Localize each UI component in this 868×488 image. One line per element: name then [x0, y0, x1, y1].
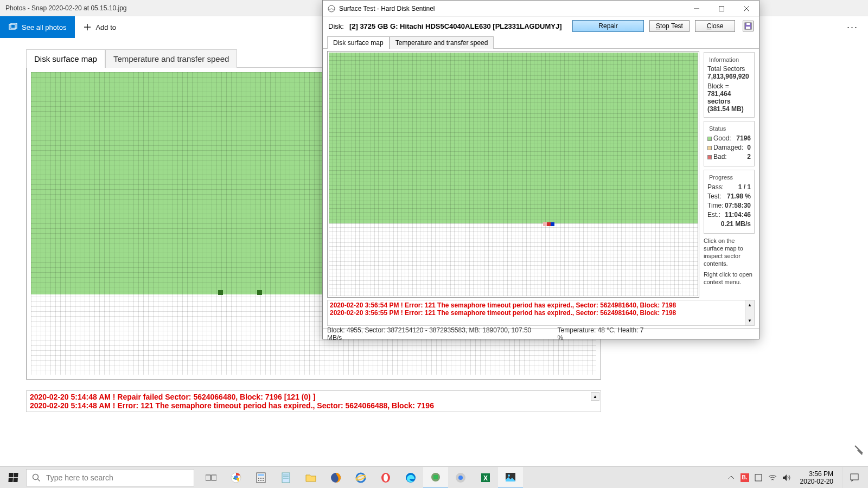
progress-legend: Progress	[707, 174, 735, 181]
time-label: Time:	[707, 201, 724, 210]
hint-rightclick: Right click to open context menu.	[704, 271, 755, 286]
svg-rect-28	[433, 475, 438, 479]
maximize-button[interactable]	[709, 1, 734, 17]
svg-rect-36	[851, 474, 858, 480]
disk-value: [2] 3725 GB G: Hitachi HDS5C4040ALE630 […	[349, 22, 567, 30]
svg-point-14	[258, 478, 259, 479]
svg-point-34	[508, 474, 510, 477]
bg-log: 2020-02-20 5:14:48 AM ! Repair failed Se…	[26, 390, 601, 412]
plus-icon	[84, 23, 91, 31]
tab-surface-map[interactable]: Disk surface map	[327, 36, 390, 49]
tray-app-icon[interactable]: B.	[741, 473, 749, 482]
disk-label: Disk:	[328, 22, 344, 30]
explorer-icon[interactable]	[298, 467, 323, 489]
svg-point-17	[258, 480, 259, 481]
info-total-label: Total Sectors	[707, 65, 751, 73]
task-view-button[interactable]	[199, 467, 224, 489]
map-tested-region	[329, 53, 698, 223]
tray-notifications-icon[interactable]	[842, 467, 866, 489]
add-to-button[interactable]: Add to	[75, 16, 125, 38]
bg-dark-block-1	[218, 290, 223, 295]
bg-scroll-up-button: ▲	[591, 392, 599, 401]
notepad-icon[interactable]	[273, 467, 298, 489]
good-value: 7196	[736, 134, 751, 143]
log-line-2: 2020-02-20 3:56:55 PM ! Error: 121 The s…	[330, 309, 743, 317]
edge-icon[interactable]	[398, 467, 423, 489]
excel-icon[interactable]: X	[473, 467, 498, 489]
firefox-icon[interactable]	[323, 467, 348, 489]
est-value: 11:04:46	[725, 210, 751, 220]
svg-point-7	[33, 474, 39, 479]
svg-rect-9	[212, 475, 216, 480]
chrome-canary-icon[interactable]	[448, 467, 473, 489]
start-button[interactable]	[0, 467, 26, 489]
svg-point-16	[263, 478, 264, 479]
status-bar: Block: 4955, Sector: 3872154120 - 387293…	[323, 328, 759, 339]
svg-point-25	[384, 474, 388, 481]
close-button[interactable]: Close	[695, 20, 735, 32]
progress-fieldset: Progress Pass:1 / 1 Test:71.98 % Time:07…	[704, 170, 755, 234]
ie-icon[interactable]	[348, 467, 373, 489]
svg-point-15	[260, 478, 261, 479]
test-value: 71.98 %	[727, 192, 751, 201]
disk-row: Disk: [2] 3725 GB G: Hitachi HDS5C4040AL…	[323, 17, 759, 35]
see-all-label: See all photos	[22, 23, 66, 31]
taskbar-search[interactable]: Type here to search	[26, 469, 194, 486]
pass-value: 1 / 1	[738, 183, 751, 192]
svg-rect-1	[11, 23, 17, 28]
tray-clock[interactable]: 3:56 PM 2020-02-20	[796, 470, 838, 485]
svg-rect-35	[755, 474, 762, 481]
dialog-titlebar[interactable]: Surface Test - Hard Disk Sentinel	[323, 1, 759, 17]
minimize-button[interactable]	[684, 1, 709, 17]
opera-icon[interactable]	[373, 467, 398, 489]
bg-log-line-2: 2020-02-20 5:14:48 AM ! Error: 121 The s…	[30, 401, 597, 410]
info-block-label: Block =	[707, 82, 751, 90]
info-total-value: 7,813,969,920	[707, 73, 751, 80]
svg-text:X: X	[483, 474, 488, 482]
dialog-log[interactable]: 2020-02-20 3:56:54 PM ! Error: 121 The s…	[327, 300, 755, 326]
svg-rect-6	[746, 23, 750, 25]
more-button[interactable]: ···	[837, 22, 868, 33]
scroll-down-icon[interactable]: ▼	[745, 316, 754, 325]
svg-rect-20	[282, 473, 290, 483]
taskbar-apps: X	[199, 467, 523, 489]
chrome-icon[interactable]	[224, 467, 248, 489]
svg-rect-8	[206, 475, 210, 480]
repair-button[interactable]: Repair	[572, 20, 644, 32]
svg-rect-13	[258, 474, 264, 476]
calculator-icon[interactable]	[248, 467, 273, 489]
scroll-up-icon[interactable]: ▲	[745, 300, 754, 310]
search-icon	[32, 473, 41, 482]
tray-meter-icon[interactable]	[754, 473, 763, 483]
log-line-1: 2020-02-20 3:56:54 PM ! Error: 121 The s…	[330, 301, 743, 309]
bad-swatch-icon	[707, 155, 712, 159]
svg-rect-5	[746, 27, 750, 29]
stop-test-button[interactable]: Stop Test	[649, 20, 690, 32]
log-scrollbar[interactable]: ▲ ▼	[745, 300, 754, 325]
tray-volume-icon[interactable]	[782, 473, 792, 483]
add-to-label: Add to	[95, 23, 116, 31]
side-panel: Information Total Sectors 7,813,969,920 …	[699, 49, 759, 300]
info-legend: Information	[707, 56, 741, 63]
surface-test-dialog: Surface Test - Hard Disk Sentinel Disk: …	[322, 0, 760, 339]
see-all-photos-button[interactable]: See all photos	[0, 16, 75, 38]
close-window-button[interactable]	[734, 1, 759, 17]
tray-wifi-icon[interactable]	[768, 473, 777, 483]
resize-grip-icon[interactable]	[851, 442, 863, 454]
test-label: Test:	[707, 192, 721, 201]
photos-taskbar-icon[interactable]	[498, 467, 523, 489]
save-button[interactable]	[743, 21, 754, 31]
good-label: Good:	[713, 134, 731, 143]
svg-point-30	[458, 476, 463, 480]
info-block-value-2: (381.54 MB)	[707, 105, 751, 113]
bg-dark-block-2	[257, 290, 262, 295]
tray-chevron-icon[interactable]	[726, 473, 736, 483]
surface-map[interactable]	[327, 51, 699, 298]
map-damaged-cell	[543, 222, 547, 226]
bg-tab-temperature: Temperature and transfer speed	[105, 49, 237, 68]
damaged-label: Damaged:	[713, 143, 743, 152]
hdsentinel-icon[interactable]	[423, 467, 448, 489]
photos-title: Photos - Snap 2020-02-20 at 05.15.10.jpg	[5, 4, 127, 12]
tab-temperature[interactable]: Temperature and transfer speed	[390, 36, 494, 49]
svg-rect-0	[9, 24, 15, 29]
